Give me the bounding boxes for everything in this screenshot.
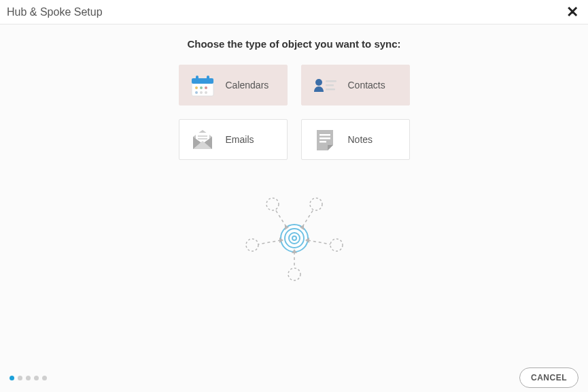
- option-contacts[interactable]: Contacts: [301, 65, 410, 105]
- contacts-icon: [311, 73, 339, 97]
- option-label: Emails: [226, 134, 254, 145]
- svg-point-27: [330, 239, 343, 251]
- modal-content: Choose the type of object you want to sy…: [0, 24, 588, 392]
- svg-point-26: [246, 239, 258, 251]
- progress-dot-1: [10, 376, 14, 380]
- option-notes[interactable]: Notes: [301, 119, 410, 160]
- close-button[interactable]: ✕: [564, 3, 581, 21]
- modal-footer: CANCEL: [0, 363, 588, 392]
- svg-point-7: [195, 91, 198, 94]
- progress-dot-3: [26, 376, 31, 380]
- progress-dot-5: [42, 376, 47, 380]
- option-calendars[interactable]: Calendars: [179, 65, 288, 105]
- svg-point-10: [315, 79, 322, 86]
- progress-dot-2: [18, 376, 22, 380]
- close-icon: ✕: [566, 3, 578, 20]
- option-label: Calendars: [226, 80, 269, 91]
- svg-point-28: [288, 268, 300, 280]
- svg-rect-13: [326, 88, 335, 91]
- svg-point-5: [200, 86, 203, 89]
- email-icon: [189, 127, 216, 152]
- svg-point-9: [205, 91, 207, 94]
- svg-rect-3: [207, 76, 209, 81]
- cancel-button[interactable]: CANCEL: [519, 368, 578, 388]
- svg-line-31: [258, 240, 281, 244]
- svg-point-8: [200, 91, 203, 94]
- modal-title: Hub & Spoke Setup: [7, 6, 103, 18]
- svg-point-24: [266, 198, 279, 210]
- hub-spoke-illustration: [240, 194, 349, 285]
- svg-rect-17: [319, 134, 330, 136]
- svg-rect-19: [319, 141, 326, 143]
- svg-rect-2: [196, 76, 198, 81]
- svg-rect-18: [319, 137, 330, 140]
- hub-spoke-setup-modal: Hub & Spoke Setup ✕ Choose the type of o…: [0, 0, 588, 392]
- svg-point-6: [205, 86, 207, 89]
- calendar-icon: [189, 73, 216, 97]
- modal-header: Hub & Spoke Setup ✕: [0, 0, 588, 24]
- svg-line-30: [302, 210, 313, 227]
- svg-rect-12: [326, 84, 334, 86]
- svg-line-32: [308, 240, 330, 244]
- svg-rect-16: [198, 138, 207, 140]
- instruction-text: Choose the type of object you want to sy…: [187, 38, 400, 50]
- svg-point-4: [195, 86, 198, 89]
- svg-line-29: [275, 210, 286, 227]
- progress-dot-4: [34, 376, 39, 380]
- notes-icon: [311, 127, 339, 152]
- svg-rect-1: [192, 78, 213, 84]
- svg-rect-11: [326, 80, 336, 82]
- svg-point-25: [310, 198, 322, 210]
- option-label: Contacts: [348, 80, 385, 91]
- progress-dots: [10, 376, 47, 380]
- object-type-grid: Calendars Contacts: [179, 65, 410, 160]
- option-emails[interactable]: Emails: [179, 119, 288, 160]
- svg-rect-15: [198, 135, 207, 137]
- option-label: Notes: [348, 134, 373, 145]
